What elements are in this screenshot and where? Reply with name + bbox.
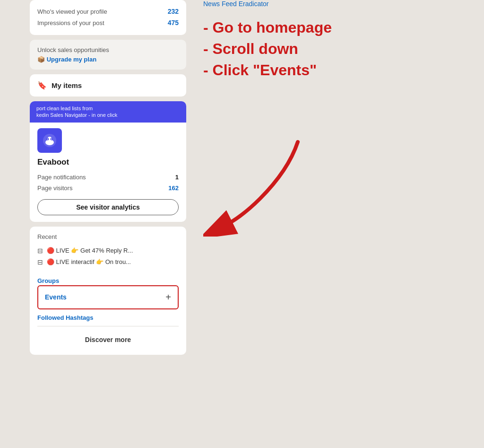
events-label: Events — [45, 293, 67, 301]
instruction-line-1: - Go to homepage — [203, 17, 475, 38]
unlock-text: Unlock sales opportunities — [37, 46, 179, 53]
page-visitors-label: Page visitors — [37, 184, 72, 192]
evaboot-card: port clean lead lists fromkedin Sales Na… — [30, 101, 186, 222]
impressions-value: 475 — [168, 19, 179, 26]
upgrade-emoji: 📦 — [37, 56, 45, 63]
see-analytics-button[interactable]: See visitor analytics — [37, 199, 179, 215]
page-visitors-value: 162 — [168, 184, 179, 192]
page-notifications-value: 1 — [175, 174, 179, 181]
events-section[interactable]: Events + — [37, 285, 179, 309]
recent-item-2-label: 🔴 LIVE interactif 👉 On trou... — [47, 258, 131, 265]
discover-label: Discover more — [85, 336, 131, 343]
page-notifications-row: Page notifications 1 — [37, 172, 179, 183]
profile-views-row: Who's viewed your profile 232 — [37, 6, 179, 17]
page-notifications-label: Page notifications — [37, 174, 86, 181]
impressions-label: Impressions of your post — [37, 19, 104, 26]
groups-link[interactable]: Groups — [37, 277, 179, 284]
events-plus-icon: + — [165, 292, 171, 303]
upgrade-link[interactable]: 📦 Upgrade my plan — [37, 56, 96, 63]
calendar-icon-2: ⊟ — [37, 258, 43, 266]
evaboot-banner-text: port clean lead lists fromkedin Sales Na… — [36, 105, 117, 118]
profile-views-value: 232 — [168, 8, 179, 15]
right-panel: News Feed Eradicator - Go to homepage - … — [194, 0, 484, 369]
unlock-card: Unlock sales opportunities 📦 Upgrade my … — [30, 40, 186, 70]
divider — [37, 326, 179, 326]
recent-item-1-label: 🔴 LIVE 👉 Get 47% Reply R... — [47, 247, 133, 254]
recent-title: Recent — [37, 233, 179, 240]
profile-views-label: Who's viewed your profile — [37, 8, 107, 15]
recent-card: Recent ⊟ 🔴 LIVE 👉 Get 47% Reply R... ⊟ 🔴… — [30, 227, 186, 355]
svg-point-5 — [47, 139, 48, 140]
my-items-label: My items — [52, 81, 82, 89]
impressions-row: Impressions of your post 475 — [37, 17, 179, 28]
arrow-container — [203, 132, 326, 238]
evaboot-name: Evaboot — [37, 158, 179, 167]
sidebar: Who's viewed your profile 232 Impression… — [0, 0, 194, 369]
recent-item-1[interactable]: ⊟ 🔴 LIVE 👉 Get 47% Reply R... — [37, 245, 179, 256]
news-feed-link[interactable]: News Feed Eradicator — [203, 0, 475, 8]
instruction-box: - Go to homepage - Scroll down - Click "… — [203, 17, 475, 80]
my-items-card[interactable]: 🔖 My items — [30, 74, 186, 97]
calendar-icon-1: ⊟ — [37, 247, 43, 255]
page-visitors-row: Page visitors 162 — [37, 183, 179, 193]
stats-card: Who's viewed your profile 232 Impression… — [30, 0, 186, 35]
bookmark-icon: 🔖 — [37, 81, 47, 90]
instruction-line-3: - Click "Events" — [203, 60, 475, 81]
evaboot-logo-wrap — [37, 128, 179, 153]
discover-card[interactable]: Discover more — [37, 329, 179, 350]
followed-hashtags-link[interactable]: Followed Hashtags — [37, 310, 179, 323]
svg-point-6 — [51, 139, 52, 140]
evaboot-body: Evaboot Page notifications 1 Page visito… — [30, 123, 186, 222]
arrow-icon — [203, 132, 326, 237]
evaboot-logo — [37, 128, 62, 153]
evaboot-banner: port clean lead lists fromkedin Sales Na… — [30, 101, 186, 123]
recent-item-2[interactable]: ⊟ 🔴 LIVE interactif 👉 On trou... — [37, 256, 179, 268]
instruction-line-2: - Scroll down — [203, 38, 475, 60]
